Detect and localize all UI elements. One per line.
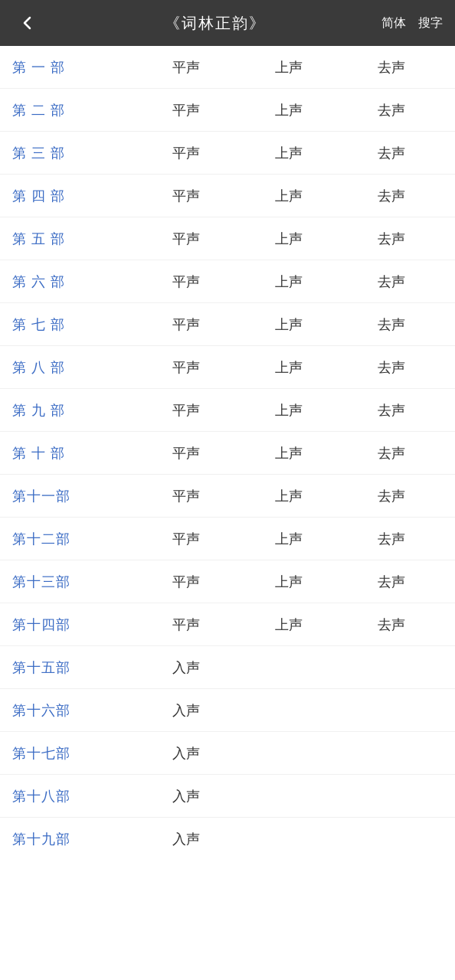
header-actions: 简体 搜字	[381, 15, 443, 31]
row-col2[interactable]: 上声	[237, 58, 340, 77]
row-name[interactable]: 第 二 部	[12, 101, 135, 119]
table-row[interactable]: 第 十 部平声上声去声	[0, 432, 455, 475]
row-name[interactable]: 第 七 部	[12, 315, 135, 334]
row-col1[interactable]: 入声	[135, 658, 237, 677]
row-name[interactable]: 第 六 部	[12, 273, 135, 291]
row-col3[interactable]: 去声	[340, 315, 443, 334]
table-row[interactable]: 第 八 部平声上声去声	[0, 346, 455, 389]
row-name[interactable]: 第十九部	[12, 830, 135, 848]
table-row[interactable]: 第 七 部平声上声去声	[0, 303, 455, 346]
row-col1[interactable]: 平声	[135, 273, 237, 291]
table-row[interactable]: 第 二 部平声上声去声	[0, 89, 455, 132]
row-col2[interactable]: 上声	[237, 444, 340, 462]
row-col2[interactable]: 上声	[237, 616, 340, 634]
row-col2[interactable]: 上声	[237, 187, 340, 205]
row-col1[interactable]: 平声	[135, 230, 237, 248]
row-name[interactable]: 第十八部	[12, 787, 135, 805]
row-name[interactable]: 第十四部	[12, 616, 135, 634]
search-button[interactable]: 搜字	[418, 15, 443, 31]
row-col2[interactable]: 上声	[237, 401, 340, 420]
table-row[interactable]: 第 九 部平声上声去声	[0, 389, 455, 432]
row-col3[interactable]: 去声	[340, 58, 443, 77]
table-row[interactable]: 第十四部平声上声去声	[0, 603, 455, 646]
table-row[interactable]: 第十九部入声	[0, 818, 455, 861]
row-col2[interactable]: 上声	[237, 101, 340, 119]
row-col2[interactable]: 上声	[237, 487, 340, 505]
row-col2[interactable]: 上声	[237, 273, 340, 291]
row-col2[interactable]: 上声	[237, 144, 340, 162]
row-col2[interactable]: 上声	[237, 230, 340, 248]
row-col1[interactable]: 平声	[135, 401, 237, 420]
table-row[interactable]: 第十六部入声	[0, 689, 455, 732]
row-col1[interactable]: 平声	[135, 144, 237, 162]
row-col3[interactable]: 去声	[340, 144, 443, 162]
row-col1[interactable]: 入声	[135, 830, 237, 848]
table-row[interactable]: 第十八部入声	[0, 775, 455, 818]
row-col1[interactable]: 平声	[135, 358, 237, 377]
row-name[interactable]: 第十二部	[12, 530, 135, 548]
row-col3[interactable]: 去声	[340, 230, 443, 248]
row-col1[interactable]: 入声	[135, 787, 237, 805]
row-col3[interactable]: 去声	[340, 401, 443, 420]
row-name[interactable]: 第 五 部	[12, 230, 135, 248]
row-col3[interactable]: 去声	[340, 187, 443, 205]
page-title: 《词林正韵》	[49, 13, 381, 34]
row-col1[interactable]: 平声	[135, 573, 237, 591]
simplified-button[interactable]: 简体	[381, 15, 406, 31]
row-name[interactable]: 第十七部	[12, 744, 135, 763]
row-col1[interactable]: 平声	[135, 487, 237, 505]
row-col3[interactable]: 去声	[340, 487, 443, 505]
table-row[interactable]: 第 三 部平声上声去声	[0, 132, 455, 175]
back-button[interactable]	[12, 8, 43, 38]
table-row[interactable]: 第十二部平声上声去声	[0, 518, 455, 560]
row-name[interactable]: 第 八 部	[12, 358, 135, 377]
table-row[interactable]: 第 四 部平声上声去声	[0, 175, 455, 217]
row-col2[interactable]: 上声	[237, 573, 340, 591]
row-col1[interactable]: 平声	[135, 58, 237, 77]
table-row[interactable]: 第十五部入声	[0, 646, 455, 689]
row-col1[interactable]: 平声	[135, 315, 237, 334]
row-col1[interactable]: 平声	[135, 616, 237, 634]
row-col1[interactable]: 平声	[135, 101, 237, 119]
row-name[interactable]: 第十三部	[12, 573, 135, 591]
table-row[interactable]: 第 五 部平声上声去声	[0, 217, 455, 260]
content: 第 一 部平声上声去声第 二 部平声上声去声第 三 部平声上声去声第 四 部平声…	[0, 46, 455, 861]
row-name[interactable]: 第 十 部	[12, 444, 135, 462]
row-col1[interactable]: 入声	[135, 744, 237, 763]
row-name[interactable]: 第十一部	[12, 487, 135, 505]
row-name[interactable]: 第十五部	[12, 658, 135, 677]
row-col1[interactable]: 入声	[135, 701, 237, 720]
row-col3[interactable]: 去声	[340, 616, 443, 634]
row-col1[interactable]: 平声	[135, 444, 237, 462]
row-col3[interactable]: 去声	[340, 573, 443, 591]
row-col2[interactable]: 上声	[237, 358, 340, 377]
row-col1[interactable]: 平声	[135, 530, 237, 548]
table-row[interactable]: 第十三部平声上声去声	[0, 560, 455, 603]
row-name[interactable]: 第 九 部	[12, 401, 135, 420]
row-col3[interactable]: 去声	[340, 444, 443, 462]
table-row[interactable]: 第十七部入声	[0, 732, 455, 775]
row-col2[interactable]: 上声	[237, 315, 340, 334]
row-name[interactable]: 第 三 部	[12, 144, 135, 162]
row-col1[interactable]: 平声	[135, 187, 237, 205]
row-col3[interactable]: 去声	[340, 358, 443, 377]
row-col3[interactable]: 去声	[340, 273, 443, 291]
table-row[interactable]: 第十一部平声上声去声	[0, 475, 455, 518]
table-row[interactable]: 第 六 部平声上声去声	[0, 260, 455, 303]
header: 《词林正韵》 简体 搜字	[0, 0, 455, 46]
table-row[interactable]: 第 一 部平声上声去声	[0, 46, 455, 89]
row-col3[interactable]: 去声	[340, 101, 443, 119]
row-col3[interactable]: 去声	[340, 530, 443, 548]
row-name[interactable]: 第十六部	[12, 701, 135, 720]
row-col2[interactable]: 上声	[237, 530, 340, 548]
row-name[interactable]: 第 一 部	[12, 58, 135, 77]
row-name[interactable]: 第 四 部	[12, 187, 135, 205]
